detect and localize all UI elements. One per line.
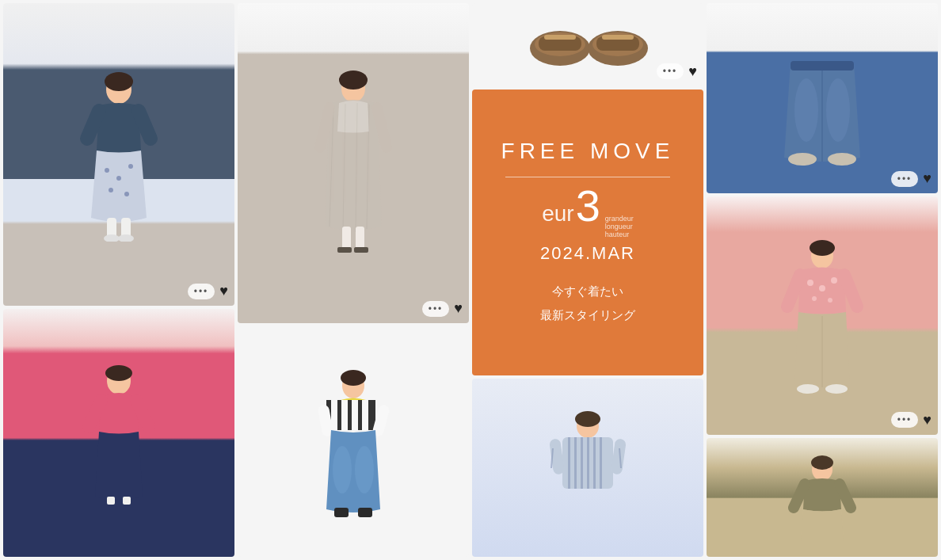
card-blue-stripe	[472, 379, 703, 557]
card-navy-outfit-heart-button[interactable]: ♥	[219, 283, 228, 299]
card-pink-wide	[3, 309, 234, 557]
svg-point-63	[826, 78, 850, 142]
column-2: ••• ♥	[238, 3, 469, 557]
svg-point-9	[104, 234, 120, 242]
svg-rect-23	[337, 247, 352, 253]
svg-point-37	[333, 446, 352, 493]
promo-brand-name: eur	[542, 201, 573, 227]
svg-point-70	[807, 280, 813, 286]
card-navy-outfit-more-button[interactable]: •••	[188, 284, 215, 299]
svg-rect-64	[791, 61, 854, 70]
svg-rect-28	[337, 400, 341, 430]
svg-rect-40	[358, 508, 372, 517]
svg-point-79	[811, 455, 833, 470]
svg-point-71	[819, 285, 825, 291]
card-olive	[707, 438, 938, 557]
svg-rect-21	[342, 227, 351, 250]
promo-date: 2024.MAR	[540, 243, 635, 264]
card-shoes: ••• ♥	[472, 3, 703, 86]
card-navy-outfit: ••• ♥	[3, 3, 234, 306]
card-gray-dress-actions: ••• ♥	[422, 300, 463, 317]
card-pink-blouse-heart-button[interactable]: ♥	[923, 412, 931, 429]
svg-rect-32	[358, 400, 362, 430]
svg-point-50	[575, 411, 600, 427]
card-pink-blouse-more-button[interactable]: •••	[891, 412, 919, 428]
svg-point-4	[128, 164, 133, 169]
svg-rect-31	[352, 400, 358, 430]
svg-rect-39	[334, 508, 349, 517]
card-denim-more-button[interactable]: •••	[891, 171, 919, 187]
card-denim-heart-button[interactable]: ♥	[923, 170, 931, 187]
svg-point-73	[812, 296, 817, 301]
svg-rect-33	[362, 400, 368, 430]
promo-divider	[505, 177, 670, 177]
svg-point-74	[828, 298, 832, 303]
svg-point-26	[341, 370, 366, 386]
column-3: ••• ♥ FREE MOVE eur 3 grandeur longueur …	[472, 3, 703, 557]
svg-rect-44	[544, 35, 576, 40]
svg-point-6	[124, 192, 129, 196]
svg-rect-53	[574, 437, 577, 489]
svg-rect-52	[568, 437, 570, 489]
promo-brand-sub: grandeur longueur hauteur	[605, 215, 634, 238]
card-shoes-actions: ••• ♥	[657, 63, 697, 80]
svg-point-38	[355, 446, 374, 493]
card-promo: FREE MOVE eur 3 grandeur longueur hauteu…	[472, 90, 703, 376]
column-4: ••• ♥	[707, 3, 938, 557]
card-navy-outfit-actions: ••• ♥	[188, 283, 228, 299]
svg-point-77	[825, 384, 848, 394]
promo-brand-number: 3	[576, 184, 600, 228]
svg-rect-57	[600, 437, 602, 489]
svg-point-62	[794, 78, 818, 142]
promo-tagline: 今すぐ着たい 最新スタイリング	[540, 280, 635, 327]
svg-rect-13	[107, 497, 115, 505]
svg-rect-14	[123, 497, 131, 505]
svg-point-67	[828, 153, 856, 166]
svg-point-66	[788, 153, 817, 166]
promo-tagline-line2: 最新スタイリング	[540, 308, 635, 322]
svg-point-69	[810, 240, 835, 256]
card-pink-blouse-actions: ••• ♥	[891, 412, 931, 429]
svg-rect-54	[581, 437, 583, 489]
svg-point-72	[831, 277, 837, 284]
card-stripe-jacket	[238, 326, 469, 557]
svg-point-1	[105, 72, 133, 91]
svg-point-76	[797, 384, 819, 394]
promo-tagline-line1: 今すぐ着たい	[552, 284, 623, 298]
card-shoes-more-button[interactable]: •••	[657, 63, 684, 79]
promo-free-move-text: FREE MOVE	[501, 139, 675, 164]
svg-point-12	[105, 365, 132, 381]
column-1: ••• ♥	[3, 3, 234, 557]
promo-sub1: grandeur	[605, 215, 634, 223]
promo-sub3: hauteur	[605, 230, 634, 238]
card-shoes-heart-button[interactable]: ♥	[688, 63, 697, 80]
svg-rect-29	[341, 400, 348, 430]
card-gray-dress-heart-button[interactable]: ♥	[454, 300, 463, 317]
svg-rect-22	[356, 227, 364, 250]
card-gray-dress-more-button[interactable]: •••	[422, 301, 450, 317]
svg-point-16	[339, 70, 368, 90]
photo-grid: ••• ♥	[0, 0, 941, 560]
promo-sub2: longueur	[605, 223, 634, 230]
svg-rect-48	[602, 35, 634, 40]
card-denim-actions: ••• ♥	[891, 170, 931, 187]
svg-rect-30	[348, 400, 352, 430]
svg-point-10	[118, 234, 134, 242]
card-denim: ••• ♥	[707, 3, 938, 193]
svg-point-5	[109, 188, 113, 192]
svg-rect-24	[354, 247, 368, 253]
card-pink-blouse: ••• ♥	[707, 196, 938, 434]
card-gray-dress: ••• ♥	[238, 3, 469, 323]
svg-point-2	[105, 168, 109, 173]
svg-rect-55	[587, 437, 589, 489]
svg-rect-56	[593, 437, 596, 489]
svg-point-3	[116, 176, 121, 181]
promo-brand-row: eur 3 grandeur longueur hauteur	[542, 184, 634, 238]
